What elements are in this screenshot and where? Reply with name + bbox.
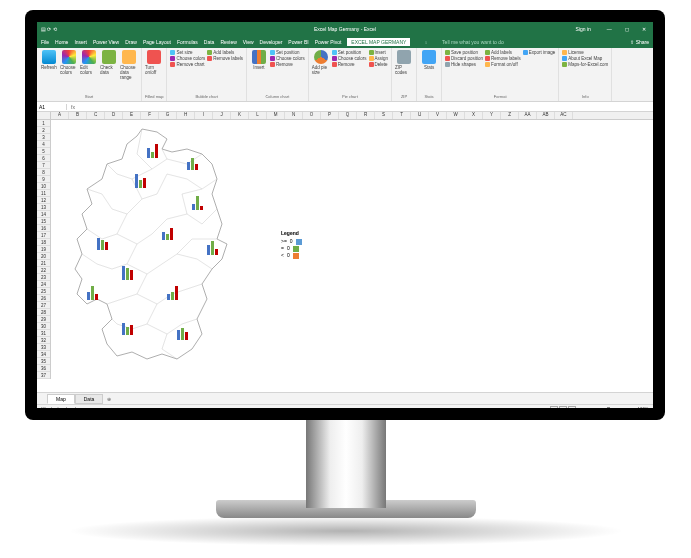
col-Z[interactable]: Z <box>501 112 519 119</box>
stats-button[interactable]: Stats <box>420 50 438 80</box>
row-30[interactable]: 30 <box>37 323 50 330</box>
tab-pagelayout[interactable]: Page Layout <box>143 39 171 45</box>
info-license[interactable]: License <box>562 50 608 55</box>
column-remove[interactable]: Remove <box>270 62 305 67</box>
tab-data[interactable]: Data <box>204 39 215 45</box>
select-all-corner[interactable] <box>37 112 51 120</box>
col-X[interactable]: X <box>465 112 483 119</box>
tab-excelmap[interactable]: EXCEL MAP GERMANY <box>347 38 410 46</box>
view-buttons[interactable] <box>549 406 576 408</box>
fx-icon[interactable]: fx <box>67 104 79 110</box>
row-5[interactable]: 5 <box>37 148 50 155</box>
row-37[interactable]: 37 <box>37 372 50 379</box>
row-3[interactable]: 3 <box>37 134 50 141</box>
col-AB[interactable]: AB <box>537 112 555 119</box>
row-6[interactable]: 6 <box>37 155 50 162</box>
format-addlabels[interactable]: Add labels <box>485 50 521 55</box>
zip-button[interactable]: ZIP codes <box>395 50 413 80</box>
row-17[interactable]: 17 <box>37 232 50 239</box>
mini-chart[interactable] <box>162 224 173 240</box>
row-2[interactable]: 2 <box>37 127 50 134</box>
info-about[interactable]: About Excel Map <box>562 56 608 61</box>
format-onoff[interactable]: Format on/off <box>485 62 521 67</box>
row-10[interactable]: 10 <box>37 183 50 190</box>
row-16[interactable]: 16 <box>37 225 50 232</box>
col-D[interactable]: D <box>105 112 123 119</box>
col-Q[interactable]: Q <box>339 112 357 119</box>
col-J[interactable]: J <box>213 112 231 119</box>
col-N[interactable]: N <box>285 112 303 119</box>
column-insert[interactable]: Insert <box>250 50 268 80</box>
row-7[interactable]: 7 <box>37 162 50 169</box>
col-E[interactable]: E <box>123 112 141 119</box>
col-P[interactable]: P <box>321 112 339 119</box>
col-K[interactable]: K <box>231 112 249 119</box>
row-13[interactable]: 13 <box>37 204 50 211</box>
tab-draw[interactable]: Draw <box>125 39 137 45</box>
mini-chart[interactable] <box>135 172 146 188</box>
mini-chart[interactable] <box>187 154 198 170</box>
row-19[interactable]: 19 <box>37 246 50 253</box>
signin-link[interactable]: Sign in <box>576 26 591 32</box>
tab-home[interactable]: Home <box>55 39 68 45</box>
pie-add[interactable]: Add pie size <box>312 50 330 80</box>
check-data-button[interactable]: Check data <box>100 50 118 80</box>
sheet-tab-map[interactable]: Map <box>47 394 75 404</box>
row-34[interactable]: 34 <box>37 351 50 358</box>
row-32[interactable]: 32 <box>37 337 50 344</box>
format-export[interactable]: Export image <box>523 50 556 55</box>
choose-data-range-button[interactable]: Choose data range <box>120 50 138 80</box>
column-headers[interactable]: ABCDEFGHIJKLMNOPQRSTUVWXYZAAABAC <box>51 112 653 120</box>
name-box[interactable]: A1 <box>37 104 67 110</box>
edit-colors-button[interactable]: Edit colors <box>80 50 98 80</box>
tab-insert[interactable]: Insert <box>74 39 87 45</box>
tab-review[interactable]: Review <box>220 39 236 45</box>
tab-powerpivot[interactable]: Power Pivot <box>315 39 342 45</box>
col-F[interactable]: F <box>141 112 159 119</box>
pie-colors[interactable]: Choose colors <box>332 56 367 61</box>
sheet-tab-data[interactable]: Data <box>75 394 104 404</box>
row-35[interactable]: 35 <box>37 358 50 365</box>
pie-delete[interactable]: Delete <box>369 62 389 67</box>
col-I[interactable]: I <box>195 112 213 119</box>
col-AA[interactable]: AA <box>519 112 537 119</box>
row-29[interactable]: 29 <box>37 316 50 323</box>
format-discardpos[interactable]: Discard position <box>445 56 483 61</box>
format-removelabels[interactable]: Remove labels <box>485 56 521 61</box>
minimize-button[interactable]: — <box>604 26 614 32</box>
row-15[interactable]: 15 <box>37 218 50 225</box>
row-22[interactable]: 22 <box>37 267 50 274</box>
maximize-button[interactable]: ◻ <box>622 26 632 32</box>
row-31[interactable]: 31 <box>37 330 50 337</box>
pie-remove[interactable]: Remove <box>332 62 367 67</box>
row-18[interactable]: 18 <box>37 239 50 246</box>
col-S[interactable]: S <box>375 112 393 119</box>
row-23[interactable]: 23 <box>37 274 50 281</box>
col-R[interactable]: R <box>357 112 375 119</box>
col-W[interactable]: W <box>447 112 465 119</box>
tab-view[interactable]: View <box>243 39 254 45</box>
row-26[interactable]: 26 <box>37 295 50 302</box>
format-hideshapes[interactable]: Hide shapes <box>445 62 483 67</box>
col-M[interactable]: M <box>267 112 285 119</box>
close-button[interactable]: ✕ <box>639 26 649 32</box>
col-A[interactable]: A <box>51 112 69 119</box>
mini-chart[interactable] <box>87 284 98 300</box>
mini-chart[interactable] <box>122 264 133 280</box>
tab-file[interactable]: File <box>41 39 49 45</box>
bubble-removelabels[interactable]: Remove labels <box>207 56 243 61</box>
choose-colors-button[interactable]: Choose colors <box>60 50 78 80</box>
col-H[interactable]: H <box>177 112 195 119</box>
bubble-remove[interactable]: Remove chart <box>170 62 205 67</box>
info-site[interactable]: Maps-for-Excel.com <box>562 62 608 67</box>
row-36[interactable]: 36 <box>37 365 50 372</box>
col-T[interactable]: T <box>393 112 411 119</box>
mini-chart[interactable] <box>167 284 178 300</box>
col-AC[interactable]: AC <box>555 112 573 119</box>
column-setpos[interactable]: Set position <box>270 50 305 55</box>
row-14[interactable]: 14 <box>37 211 50 218</box>
col-C[interactable]: C <box>87 112 105 119</box>
row-21[interactable]: 21 <box>37 260 50 267</box>
col-Y[interactable]: Y <box>483 112 501 119</box>
pie-setpos[interactable]: Set position <box>332 50 367 55</box>
